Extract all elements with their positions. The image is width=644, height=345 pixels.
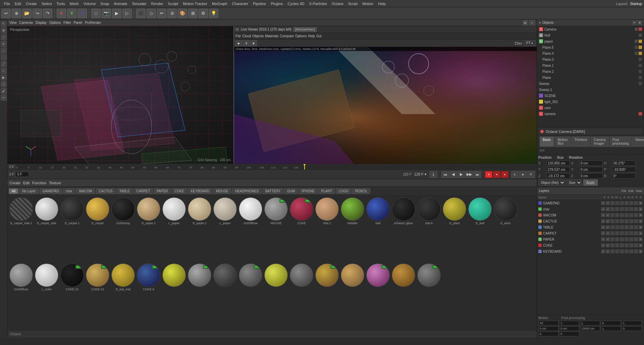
menu-render[interactable]: Render bbox=[149, 1, 165, 6]
layer-gamepad[interactable]: GAMEPAD ✓ ✓ X bbox=[537, 200, 644, 206]
transform-y-pos[interactable] bbox=[546, 167, 570, 172]
menu-help[interactable]: Help bbox=[376, 1, 388, 6]
obj-vis-null[interactable]: ✓ bbox=[639, 34, 642, 37]
filter-mouse[interactable]: MOUSE bbox=[213, 188, 231, 194]
layer-icon-d-keyboard[interactable] bbox=[634, 249, 638, 253]
transform-h-rot[interactable] bbox=[612, 160, 636, 166]
layer-icon-s-char[interactable]: ✓ bbox=[601, 207, 605, 211]
layer-icon-s-wacom[interactable]: ✓ bbox=[601, 213, 605, 217]
octane-val-1d[interactable]: 1. bbox=[601, 326, 621, 331]
menu-sculpt[interactable]: Sculpt bbox=[166, 1, 180, 6]
menu-xparticles[interactable]: X-Particles bbox=[307, 1, 329, 6]
mat-item-mat6[interactable]: Mat.6 bbox=[417, 197, 441, 263]
obj-item-plane1[interactable]: Plane.1 bbox=[537, 62, 644, 68]
menu-tools[interactable]: Tools bbox=[54, 1, 67, 6]
filter-iphone[interactable]: IPHONE bbox=[299, 188, 317, 194]
obj-lock-camera[interactable] bbox=[639, 28, 642, 31]
octane-val-0cm2[interactable]: 0 cm bbox=[559, 326, 579, 331]
playback-to-start[interactable]: ⏮ bbox=[441, 171, 449, 178]
playback-key1[interactable]: K bbox=[511, 171, 519, 178]
viewport-menu-cameras[interactable]: Cameras bbox=[19, 21, 33, 24]
mat-item-row3g[interactable]: MIX bbox=[315, 263, 339, 329]
layer-icon-s-table[interactable]: ✓ bbox=[601, 225, 605, 229]
layer-icon-r-char[interactable] bbox=[610, 207, 614, 211]
filter-logo[interactable]: LOGO bbox=[336, 188, 352, 194]
transform-z-pos[interactable] bbox=[546, 173, 570, 179]
layer-icon-r-table[interactable] bbox=[610, 225, 614, 229]
filter-gamepad[interactable]: GAMEPAD bbox=[40, 188, 62, 194]
mat-item-paper1[interactable]: D_paper.1 bbox=[136, 197, 161, 263]
mat-item-octdiff[interactable]: OctDiffuse bbox=[238, 197, 263, 263]
layers-icon-view[interactable]: View bbox=[636, 189, 642, 193]
menu-plugins[interactable]: Plugins bbox=[269, 1, 285, 6]
camera-tab-ens[interactable]: ens bbox=[538, 148, 643, 153]
transform-x-pos[interactable] bbox=[546, 160, 570, 166]
lv-menu-file[interactable]: File bbox=[235, 34, 241, 38]
playback-fps-select[interactable]: 120 F ▾ bbox=[414, 172, 427, 177]
playback-step[interactable]: 1 bbox=[429, 171, 437, 178]
layer-icon-m-coke[interactable] bbox=[615, 243, 619, 247]
octane-val-1b[interactable]: 1. bbox=[580, 321, 600, 326]
layer-icon-r-cactus[interactable] bbox=[610, 219, 614, 223]
toolbar-undo[interactable]: ↩ bbox=[1, 9, 11, 18]
layer-icon-g-wacom[interactable] bbox=[629, 213, 633, 217]
tool-edges[interactable]: ╱ bbox=[1, 61, 7, 67]
mat-item-coke[interactable]: MIX COKE bbox=[289, 197, 314, 263]
octane-val-0c[interactable]: 0. bbox=[559, 332, 579, 336]
octane-val-0b[interactable]: 0. bbox=[538, 332, 558, 336]
layer-icon-a-keyboard[interactable] bbox=[625, 249, 629, 253]
obj-vis-paper[interactable]: ✓ bbox=[635, 40, 638, 43]
menu-pipeline[interactable]: Pipeline bbox=[251, 1, 268, 6]
toolbar-light[interactable]: 💡 bbox=[209, 9, 218, 18]
tool-move[interactable]: ✥ bbox=[1, 28, 7, 34]
lv-btn-stop[interactable]: ■ bbox=[250, 40, 257, 46]
lv-btn-pause[interactable]: ⏸ bbox=[243, 40, 250, 46]
layer-icon-e-paper[interactable]: X bbox=[639, 237, 643, 241]
mat-item-mat[interactable]: Mat bbox=[366, 197, 390, 263]
obj-item-plane5[interactable]: Plane.5 bbox=[537, 44, 644, 50]
filter-cactus[interactable]: CACTUS bbox=[96, 188, 116, 194]
layer-icon-v-char[interactable]: ✓ bbox=[606, 207, 610, 211]
tool-scale[interactable]: ⤢ bbox=[1, 34, 7, 40]
layer-coke[interactable]: COKE ✓ ✓ X bbox=[537, 242, 644, 248]
viewport-menu-view[interactable]: View bbox=[9, 21, 17, 24]
filter-table[interactable]: TABLE bbox=[116, 188, 133, 194]
viewport-menu-filter[interactable]: Filter bbox=[63, 21, 71, 24]
obj-item-null[interactable]: N Null ✓ bbox=[537, 32, 644, 38]
layer-icon-e-carpet[interactable]: X bbox=[639, 231, 643, 235]
camera-tab-basic[interactable]: Basic bbox=[540, 137, 554, 147]
toolbar-new[interactable]: ⊕ bbox=[12, 9, 21, 18]
mat-item-coke8[interactable]: MIX COKE.8 bbox=[136, 263, 161, 329]
layer-icon-g-gamepad[interactable] bbox=[629, 201, 633, 205]
mat-item-row3c[interactable] bbox=[213, 263, 237, 329]
viewport-icon-fullscreen[interactable]: ⤢ bbox=[529, 20, 535, 26]
tool-sculpt[interactable]: 🖌 bbox=[1, 88, 7, 94]
playback-play[interactable]: ▶ bbox=[458, 171, 465, 178]
layer-icon-l-carpet[interactable] bbox=[620, 231, 624, 235]
layer-icon-l-wacom[interactable] bbox=[620, 213, 624, 217]
toolbar-box[interactable]: ⬛ bbox=[136, 9, 146, 18]
camera-tab-thinlens[interactable]: Thinlens bbox=[571, 137, 590, 147]
playback-frame-input[interactable]: 0 F bbox=[15, 172, 29, 177]
toolbar-y[interactable]: Y bbox=[67, 9, 76, 18]
layer-icon-l-char[interactable] bbox=[620, 207, 624, 211]
menu-animate[interactable]: Animate bbox=[112, 1, 129, 6]
obj-item-sweep[interactable]: Sweep bbox=[537, 81, 644, 87]
filter-plant[interactable]: PLANT bbox=[318, 188, 335, 194]
layer-icon-s-coke[interactable]: ✓ bbox=[601, 243, 605, 247]
obj-item-light001[interactable]: L light_001 bbox=[537, 99, 644, 105]
layer-icon-l-cactus[interactable] bbox=[620, 219, 624, 223]
mat-item-octglossy[interactable]: OctGlossy bbox=[111, 197, 136, 263]
layer-icon-m-paper[interactable] bbox=[615, 237, 619, 241]
mat-item-row3a[interactable] bbox=[162, 263, 186, 329]
transform-object-type[interactable]: Object (Rel) bbox=[538, 180, 565, 186]
obj-list-icon2[interactable]: ⊕ bbox=[637, 20, 642, 25]
octane-val-0cm[interactable]: 0 cm bbox=[538, 326, 558, 331]
lv-menu-materials[interactable]: Materials bbox=[265, 34, 279, 38]
toolbar-redo[interactable]: ↪ bbox=[33, 9, 42, 18]
playback-key3[interactable]: P bbox=[527, 171, 535, 178]
lv-menu-gui[interactable]: Gui bbox=[316, 34, 322, 38]
layer-icon-e-wacom[interactable]: X bbox=[639, 213, 643, 217]
toolbar-paint[interactable]: 🎨 bbox=[178, 9, 187, 18]
mat-item-row3i[interactable]: MIX bbox=[366, 263, 390, 329]
